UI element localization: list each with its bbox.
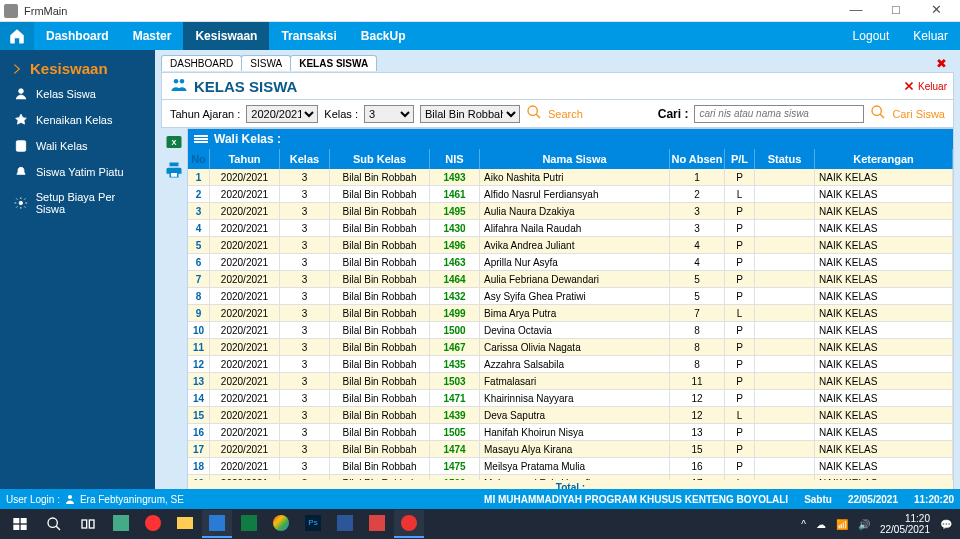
sidebar-item-1[interactable]: Kenaikan Kelas (0, 107, 155, 133)
taskbar-app-2[interactable] (138, 510, 168, 538)
svg-point-4 (180, 79, 185, 84)
table-row[interactable]: 12020/20213Bilal Bin Robbah1493Aiko Nash… (188, 169, 953, 186)
sidebar-icon-0 (14, 87, 28, 101)
cari-input[interactable] (694, 105, 864, 123)
tahun-select[interactable]: 2020/2021 (246, 105, 318, 123)
tray-volume-icon[interactable]: 🔊 (858, 519, 870, 530)
svg-point-0 (19, 89, 24, 94)
topnav-logout[interactable]: Logout (841, 22, 902, 50)
table-row[interactable]: 112020/20213Bilal Bin Robbah1467Carissa … (188, 339, 953, 356)
windows-start-button[interactable] (4, 510, 36, 538)
crumb-tab-1[interactable]: SISWA (241, 55, 291, 71)
col-absen[interactable]: No Absen (670, 149, 725, 169)
col-tahun[interactable]: Tahun Ajaran (210, 149, 280, 169)
table-row[interactable]: 152020/20213Bilal Bin Robbah1439Deva Sap… (188, 407, 953, 424)
taskbar-app-1[interactable] (106, 510, 136, 538)
col-pl[interactable]: P/L (725, 149, 755, 169)
filter-bar: Tahun Ajaran : 2020/2021 Kelas : 3 Bilal… (161, 100, 954, 128)
window-minimize-button[interactable]: — (836, 0, 876, 22)
tray-notifications-icon[interactable]: 💬 (940, 519, 952, 530)
content-area: DASHBOARDSISWAKELAS SISWA ✖ KELAS SISWA … (155, 50, 960, 497)
taskbar-search-button[interactable] (38, 510, 70, 538)
svg-rect-13 (13, 525, 19, 530)
cari-label: Cari : (658, 107, 689, 121)
table-row[interactable]: 32020/20213Bilal Bin Robbah1495Aulia Nau… (188, 203, 953, 220)
subkelas-select[interactable]: Bilal Bin Robbah (420, 105, 520, 123)
table-row[interactable]: 182020/20213Bilal Bin Robbah1475Meilsya … (188, 458, 953, 475)
table-row[interactable]: 82020/20213Bilal Bin Robbah1432Asy Syifa… (188, 288, 953, 305)
sidebar-icon-2 (14, 139, 28, 153)
tray-clock[interactable]: 11:20 22/05/2021 (880, 513, 930, 535)
close-tab-icon[interactable]: ✖ (936, 56, 950, 70)
search-button-label[interactable]: Search (548, 108, 583, 120)
table-row[interactable]: 62020/20213Bilal Bin Robbah1463Aprilla N… (188, 254, 953, 271)
topnav-backup[interactable]: BackUp (349, 22, 418, 50)
tray-up-icon[interactable]: ^ (801, 519, 806, 530)
taskbar-app-word[interactable] (330, 510, 360, 538)
sidebar-item-3[interactable]: Siswa Yatim Piatu (0, 159, 155, 185)
chevron-right-icon (10, 62, 24, 76)
window-close-button[interactable]: ✕ (916, 0, 956, 22)
col-keterangan[interactable]: Keterangan (815, 149, 953, 169)
print-button[interactable] (164, 160, 184, 180)
tray-cloud-icon[interactable]: ☁ (816, 519, 826, 530)
taskbar-app-current[interactable] (394, 510, 424, 538)
taskview-button[interactable] (72, 510, 104, 538)
col-nis[interactable]: NIS (430, 149, 480, 169)
home-button[interactable] (0, 22, 34, 50)
table-row[interactable]: 102020/20213Bilal Bin Robbah1500Devina O… (188, 322, 953, 339)
table-row[interactable]: 132020/20213Bilal Bin Robbah1503Fatmalas… (188, 373, 953, 390)
taskbar-app-ps[interactable]: Ps (298, 510, 328, 538)
taskbar-app-excel[interactable] (234, 510, 264, 538)
svg-rect-12 (21, 518, 27, 523)
table-row[interactable]: 122020/20213Bilal Bin Robbah1435Azzahra … (188, 356, 953, 373)
crumb-tab-0[interactable]: DASHBOARD (161, 55, 242, 71)
table-row[interactable]: 162020/20213Bilal Bin Robbah1505Hanifah … (188, 424, 953, 441)
footer-time: 11:20:20 (914, 494, 954, 505)
menu-icon[interactable] (194, 134, 208, 144)
top-nav: DashboardMasterKesiswaanTransaksiBackUp … (0, 22, 960, 50)
col-subkelas[interactable]: Sub Kelas (330, 149, 430, 169)
tray-wifi-icon[interactable]: 📶 (836, 519, 848, 530)
topnav-keluar[interactable]: Keluar (901, 22, 960, 50)
sidebar-item-4[interactable]: Setup Biaya Per Siswa (0, 185, 155, 221)
col-kelas[interactable]: Kelas (280, 149, 330, 169)
table-body[interactable]: 12020/20213Bilal Bin Robbah1493Aiko Nash… (188, 169, 953, 480)
sidebar-item-0[interactable]: Kelas Siswa (0, 81, 155, 107)
table-row[interactable]: 92020/20213Bilal Bin Robbah1499Bima Arya… (188, 305, 953, 322)
table-row[interactable]: 42020/20213Bilal Bin Robbah1430Alifahra … (188, 220, 953, 237)
taskbar-app-other[interactable] (362, 510, 392, 538)
table-row[interactable]: 142020/20213Bilal Bin Robbah1471Khairinn… (188, 390, 953, 407)
students-icon (168, 76, 190, 96)
taskbar-app-vscode[interactable] (202, 510, 232, 538)
sidebar-icon-1 (14, 113, 28, 127)
window-title: FrmMain (24, 5, 836, 17)
cari-icon[interactable] (870, 104, 886, 123)
taskbar-app-chrome[interactable] (266, 510, 296, 538)
crumb-tab-2[interactable]: KELAS SISWA (290, 55, 377, 71)
sidebar-heading-label: Kesiswaan (30, 60, 108, 77)
taskbar-app-explorer[interactable] (170, 510, 200, 538)
kelas-select[interactable]: 3 (364, 105, 414, 123)
col-nama[interactable]: Nama Siswa (480, 149, 670, 169)
window-maximize-button[interactable]: □ (876, 0, 916, 22)
table-row[interactable]: 172020/20213Bilal Bin Robbah1474Masayu A… (188, 441, 953, 458)
page-keluar-button[interactable]: Keluar (902, 79, 947, 93)
col-status[interactable]: Status (755, 149, 815, 169)
table-row[interactable]: 72020/20213Bilal Bin Robbah1464Aulia Feb… (188, 271, 953, 288)
svg-rect-17 (89, 520, 94, 528)
export-excel-button[interactable]: X (164, 132, 184, 152)
search-icon[interactable] (526, 104, 542, 123)
col-no[interactable]: No (188, 149, 210, 169)
svg-point-10 (68, 495, 72, 499)
cari-siswa-button[interactable]: Cari Siswa (892, 108, 945, 120)
topnav-transaksi[interactable]: Transaksi (269, 22, 348, 50)
table-row[interactable]: 22020/20213Bilal Bin Robbah1461Alfido Na… (188, 186, 953, 203)
topnav-dashboard[interactable]: Dashboard (34, 22, 121, 50)
sidebar-item-2[interactable]: Wali Kelas (0, 133, 155, 159)
topnav-kesiswaan[interactable]: Kesiswaan (183, 22, 269, 50)
svg-text:X: X (171, 138, 176, 147)
table-row[interactable]: 52020/20213Bilal Bin Robbah1496Avika And… (188, 237, 953, 254)
system-tray[interactable]: ^ ☁ 📶 🔊 11:20 22/05/2021 💬 (801, 513, 956, 535)
topnav-master[interactable]: Master (121, 22, 184, 50)
